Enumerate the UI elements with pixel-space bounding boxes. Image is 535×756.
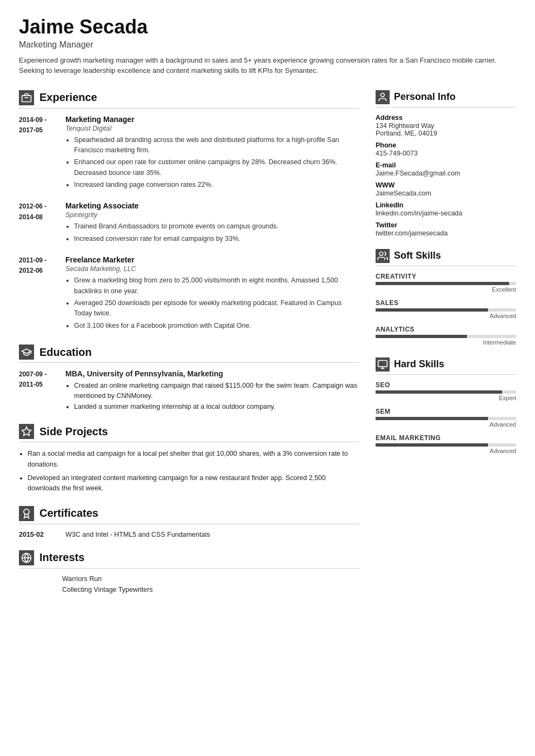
right-column: Personal Info Address 134 Rightward Way … — [376, 90, 516, 605]
skill-fill-sem — [376, 417, 488, 420]
personal-info-title: Personal Info — [394, 91, 456, 103]
main-content: Experience 2014-09 - 2017-05 Marketing M… — [19, 90, 516, 605]
experience-item-2: 2012-06 - 2014-08 Marketing Associate Sp… — [19, 201, 359, 246]
skill-fill-seo — [376, 390, 502, 394]
pi-www: WWW JaimeSecada.com — [376, 181, 516, 197]
pi-phone-label: Phone — [376, 141, 516, 149]
list-item: Grew a marketing blog from zero to 25,00… — [74, 275, 359, 296]
soft-skills-section: Soft Skills CREATIVITY Excellent SALES A… — [376, 249, 516, 346]
svg-point-4 — [24, 509, 29, 514]
list-item: Increased landing page conversion rates … — [74, 180, 359, 190]
pi-www-label: WWW — [376, 181, 516, 189]
pi-twitter-value: twitter.com/jaimesecada — [376, 230, 447, 237]
skill-sem: SEM Advanced — [376, 408, 516, 428]
exp-dates-3: 2011-09 - 2012-06 — [19, 255, 57, 333]
skill-name-email-marketing: EMAIL MARKETING — [376, 434, 516, 442]
resume-header: Jaime Secada Marketing Manager Experienc… — [19, 16, 516, 76]
education-item-1: 2007-09 - 2011-05 MBA, University of Pen… — [19, 369, 359, 412]
exp-bullets-3: Grew a marketing blog from zero to 25,00… — [65, 275, 359, 331]
exp-company-1: Tenquist Digital — [65, 125, 359, 132]
skill-level-seo: Expert — [376, 395, 516, 401]
list-item: Warriors Run — [19, 575, 359, 583]
interests-title: Interests — [39, 551, 84, 564]
skill-creativity: CREATIVITY Excellent — [376, 273, 516, 293]
pi-www-value: JaimeSecada.com — [376, 190, 431, 197]
skill-fill-creativity — [376, 282, 509, 285]
skill-bar-sem — [376, 417, 516, 420]
summary: Experienced growth marketing manager wit… — [19, 55, 516, 76]
experience-item-1: 2014-09 - 2017-05 Marketing Manager Tenq… — [19, 115, 359, 192]
hard-skills-section: Hard Skills SEO Expert SEM Advanced — [376, 357, 516, 454]
skill-analytics: ANALYTICS Intermediate — [376, 326, 516, 346]
candidate-name: Jaime Secada — [19, 16, 516, 38]
edu-dates-1: 2007-09 - 2011-05 — [19, 369, 57, 412]
experience-title: Experience — [39, 91, 97, 104]
svg-point-7 — [381, 93, 385, 97]
pi-address: Address 134 Rightward Way Portland, ME, … — [376, 114, 516, 137]
certificates-icon — [19, 506, 34, 521]
skill-sales: SALES Advanced — [376, 299, 516, 319]
hard-skills-icon — [376, 357, 390, 372]
pi-email-label: E-mail — [376, 161, 516, 169]
pi-linkedin-label: LinkedIn — [376, 201, 516, 209]
side-projects-bullets: Ran a social media ad campaign for a loc… — [19, 449, 359, 494]
list-item: Spearheaded all branding across the web … — [74, 135, 359, 156]
skill-fill-sales — [376, 308, 488, 312]
list-item: Averaged 250 downloads per episode for w… — [74, 298, 359, 319]
list-item: Enhanced our open rate for customer onli… — [74, 157, 359, 178]
skill-bar-email-marketing — [376, 443, 516, 447]
skill-fill-analytics — [376, 335, 467, 338]
exp-body-1: Marketing Manager Tenquist Digital Spear… — [65, 115, 359, 192]
personal-info-header: Personal Info — [376, 90, 516, 107]
pi-address-label: Address — [376, 114, 516, 122]
list-item: Developed an integrated content marketin… — [28, 473, 359, 494]
certificates-title: Certificates — [39, 507, 98, 519]
pi-twitter-label: Twitter — [376, 221, 516, 229]
exp-title-1: Marketing Manager — [65, 115, 359, 124]
pi-linkedin: LinkedIn linkedin.com/in/jaime-secada — [376, 201, 516, 217]
skill-name-sem: SEM — [376, 408, 516, 415]
experience-header: Experience — [19, 90, 359, 109]
svg-rect-0 — [22, 95, 31, 102]
skill-bar-analytics — [376, 335, 516, 338]
skill-level-sem: Advanced — [376, 421, 516, 428]
list-item: Landed a summer marketing internship at … — [74, 402, 359, 412]
list-item: Got 3,100 likes for a Facebook promotion… — [74, 321, 359, 331]
pi-address-line2: Portland, ME, 04019 — [376, 130, 437, 137]
skill-level-analytics: Intermediate — [376, 339, 516, 346]
cert-name-1: W3C and Intel - HTML5 and CSS Fundamenta… — [65, 531, 210, 538]
experience-section: Experience 2014-09 - 2017-05 Marketing M… — [19, 90, 359, 333]
experience-icon — [19, 90, 34, 105]
job-title: Marketing Manager — [19, 40, 516, 50]
certificates-section: Certificates 2015-02 W3C and Intel - HTM… — [19, 506, 359, 538]
education-section: Education 2007-09 - 2011-05 MBA, Univers… — [19, 345, 359, 412]
skill-bar-sales — [376, 308, 516, 312]
pi-linkedin-value: linkedin.com/in/jaime-secada — [376, 210, 463, 217]
skill-level-sales: Advanced — [376, 313, 516, 319]
certificate-item-1: 2015-02 W3C and Intel - HTML5 and CSS Fu… — [19, 531, 359, 538]
exp-company-3: Secada Marketing, LLC — [65, 265, 359, 273]
edu-title-1: MBA, University of Pennsylvania, Marketi… — [65, 369, 359, 378]
hard-skills-header: Hard Skills — [376, 357, 516, 375]
pi-phone: Phone 415-749-0073 — [376, 141, 516, 157]
interests-section: Interests Warriors Run Collecting Vintag… — [19, 550, 359, 593]
side-projects-section: Side Projects Ran a social media ad camp… — [19, 424, 359, 494]
skill-email-marketing: EMAIL MARKETING Advanced — [376, 434, 516, 454]
skill-name-analytics: ANALYTICS — [376, 326, 516, 333]
pi-email-value: Jaime.FSecada@gmail.com — [376, 170, 460, 177]
personal-info-section: Personal Info Address 134 Rightward Way … — [376, 90, 516, 237]
skill-seo: SEO Expert — [376, 381, 516, 401]
resume-wrapper: Jaime Secada Marketing Manager Experienc… — [0, 0, 535, 622]
skill-level-creativity: Excellent — [376, 286, 516, 293]
soft-skills-header: Soft Skills — [376, 249, 516, 266]
education-header: Education — [19, 345, 359, 363]
interests-header: Interests — [19, 550, 359, 569]
skill-fill-email-marketing — [376, 443, 488, 447]
skill-name-sales: SALES — [376, 299, 516, 307]
personal-info-icon — [376, 90, 390, 104]
education-icon — [19, 345, 34, 360]
svg-point-8 — [379, 252, 383, 255]
certificates-header: Certificates — [19, 506, 359, 524]
list-item: Trained Brand Ambassadors to promote eve… — [74, 221, 359, 232]
skill-bar-seo — [376, 390, 516, 394]
